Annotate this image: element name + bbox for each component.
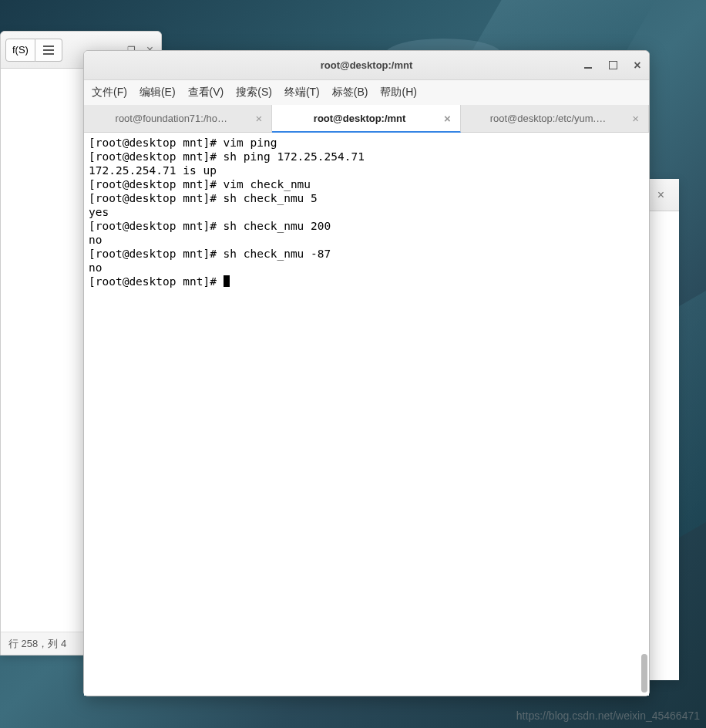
- window-title: root@desktop:/mnt: [321, 59, 413, 71]
- scrollbar-thumb[interactable]: [641, 654, 647, 693]
- terminal-prompt-line: [root@desktop mnt]#: [89, 275, 224, 288]
- tab-label: root@desktop:/etc/yum.…: [470, 113, 627, 124]
- tabbar: root@foundation71:/ho… × root@desktop:/m…: [84, 105, 649, 133]
- menu-terminal[interactable]: 终端(T): [284, 86, 320, 99]
- terminal-line: [root@desktop mnt]# sh ping 172.25.254.7…: [89, 150, 365, 163]
- terminal-line: yes: [89, 206, 109, 218]
- terminal-line: [root@desktop mnt]# sh check_nmu 200: [89, 220, 331, 232]
- scrollbar[interactable]: [640, 133, 649, 696]
- terminal-line: no: [89, 234, 102, 246]
- tab-desktop-yum[interactable]: root@desktop:/etc/yum.… ×: [461, 105, 649, 132]
- bg-right-close-icon[interactable]: ×: [657, 188, 664, 202]
- watermark: https://blog.csdn.net/weixin_45466471: [516, 709, 700, 722]
- tab-label: root@foundation71:/ho…: [93, 113, 250, 124]
- maximize-button[interactable]: [607, 60, 618, 71]
- menu-search[interactable]: 搜索(S): [236, 86, 272, 99]
- menu-edit[interactable]: 编辑(E): [140, 86, 176, 99]
- close-button[interactable]: ×: [632, 60, 643, 71]
- menubar: 文件(F) 编辑(E) 查看(V) 搜索(S) 终端(T) 标签(B) 帮助(H…: [84, 80, 649, 105]
- hamburger-icon: [42, 46, 55, 55]
- terminal-line: [root@desktop mnt]# sh check_nmu 5: [89, 192, 318, 204]
- tab-close-icon[interactable]: ×: [626, 112, 639, 125]
- terminal-output[interactable]: [root@desktop mnt]# vim ping [root@deskt…: [84, 133, 649, 696]
- tab-label: root@desktop:/mnt: [281, 113, 438, 124]
- tab-close-icon[interactable]: ×: [438, 112, 451, 125]
- terminal-line: [root@desktop mnt]# sh check_nmu -87: [89, 248, 331, 260]
- terminal-line: [root@desktop mnt]# vim ping: [89, 136, 277, 149]
- bg-open-button[interactable]: f(S): [5, 39, 35, 62]
- tab-close-icon[interactable]: ×: [250, 112, 263, 125]
- menu-view[interactable]: 查看(V): [188, 86, 224, 99]
- tab-foundation[interactable]: root@foundation71:/ho… ×: [84, 105, 272, 132]
- terminal-line: no: [89, 261, 102, 274]
- menu-file[interactable]: 文件(F): [92, 86, 127, 99]
- menu-tabs[interactable]: 标签(B): [332, 86, 368, 99]
- terminal-line: 172.25.254.71 is up: [89, 164, 217, 177]
- minimize-button[interactable]: [583, 60, 593, 71]
- window-titlebar[interactable]: root@desktop:/mnt ×: [84, 51, 649, 80]
- terminal-window: root@desktop:/mnt × 文件(F) 编辑(E) 查看(V) 搜索…: [83, 50, 650, 696]
- terminal-cursor: [224, 275, 230, 287]
- hamburger-menu-button[interactable]: [35, 39, 62, 62]
- menu-help[interactable]: 帮助(H): [380, 86, 416, 99]
- terminal-line: [root@desktop mnt]# vim check_nmu: [89, 178, 311, 190]
- tab-desktop-mnt[interactable]: root@desktop:/mnt ×: [272, 105, 460, 133]
